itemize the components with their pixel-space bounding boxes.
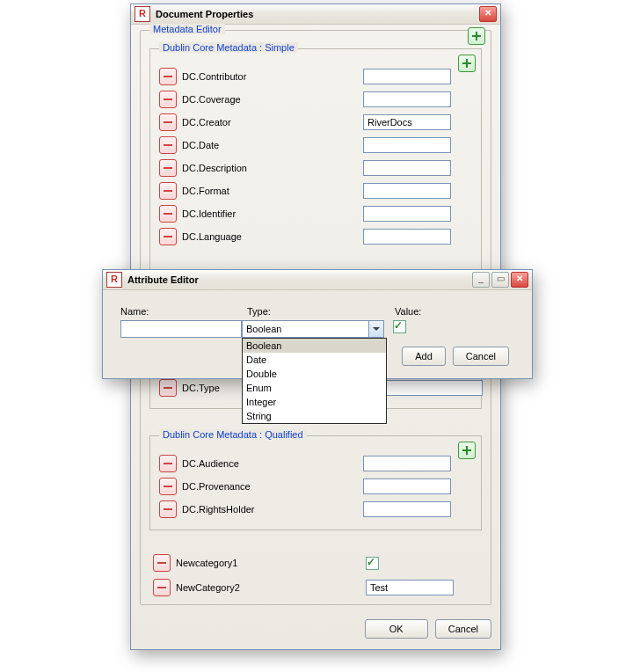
metadata-row: DC.RightsHolder [159, 498, 472, 521]
type-option[interactable]: Double [243, 367, 386, 381]
app-icon: R [106, 272, 122, 288]
metadata-value-input[interactable] [363, 91, 451, 107]
custom-label: NewCategory2 [176, 582, 360, 593]
value-label: Value: [395, 306, 430, 317]
type-option[interactable]: Enum [243, 381, 386, 395]
svg-rect-4 [164, 167, 172, 169]
add-button[interactable]: Add [402, 347, 446, 366]
remove-button[interactable] [159, 113, 177, 131]
qualified-legend: Dublin Core Metadata : Qualified [159, 429, 307, 440]
metadata-label: DC.Format [182, 186, 358, 196]
svg-rect-11 [164, 486, 172, 487]
svg-rect-3 [164, 144, 172, 146]
add-qualified-button[interactable] [458, 442, 476, 459]
metadata-row: DC.Provenance [159, 475, 472, 498]
dropdown-arrow[interactable] [368, 321, 383, 337]
window-title: Document Properties [156, 9, 253, 19]
svg-rect-9 [164, 387, 172, 389]
metadata-value-input[interactable] [363, 501, 451, 517]
cancel-button[interactable]: Cancel [435, 619, 491, 639]
close-button[interactable]: ✕ [511, 272, 528, 288]
minimize-button[interactable]: _ [472, 272, 490, 288]
remove-button[interactable] [159, 478, 177, 495]
custom-row: Newcategory1 [153, 551, 482, 574]
ok-button[interactable]: OK [365, 619, 428, 639]
metadata-label: DC.Language [182, 231, 358, 242]
remove-button[interactable] [153, 554, 171, 572]
metadata-value-input[interactable] [363, 114, 451, 130]
metadata-label: DC.Contributor [182, 71, 358, 82]
cancel-button[interactable]: Cancel [453, 347, 509, 366]
metadata-label: DC.Creator [182, 117, 358, 128]
metadata-label: DC.RightsHolder [182, 504, 358, 515]
minus-icon [163, 458, 173, 469]
qualified-group: Dublin Core Metadata : Qualified DC.Audi… [149, 435, 482, 530]
metadata-value-input[interactable] [363, 478, 451, 494]
add-category-button[interactable] [468, 27, 485, 45]
metadata-value-input[interactable] [363, 183, 451, 199]
metadata-label: DC.Audience [182, 458, 358, 469]
svg-rect-13 [157, 562, 166, 564]
window-title: Attribute Editor [127, 274, 199, 285]
metadata-value-input[interactable] [363, 229, 451, 245]
close-button[interactable]: ✕ [479, 6, 497, 22]
metadata-label: DC.Provenance [182, 481, 358, 492]
remove-button[interactable] [159, 500, 177, 518]
remove-button[interactable] [159, 159, 177, 177]
svg-rect-6 [164, 213, 172, 215]
type-selected: Boolean [243, 324, 368, 334]
add-simple-button[interactable] [458, 55, 476, 72]
remove-button[interactable] [159, 136, 177, 154]
metadata-row: DC.Coverage [159, 88, 472, 111]
metadata-value-input[interactable] [363, 137, 451, 153]
metadata-row: DC.Date [159, 134, 472, 157]
metadata-value-input[interactable] [363, 206, 451, 222]
minus-icon [163, 504, 173, 515]
remove-button[interactable] [159, 205, 177, 223]
minus-icon [163, 163, 173, 173]
minus-icon [163, 94, 173, 105]
type-option[interactable]: Integer [243, 395, 386, 409]
remove-button[interactable] [159, 68, 177, 85]
remove-button[interactable] [159, 228, 177, 245]
remove-button[interactable] [153, 579, 171, 596]
svg-rect-7 [164, 236, 172, 237]
attribute-editor-window: R Attribute Editor _ ▭ ✕ Name: Type: Val… [102, 269, 533, 379]
type-label: Type: [247, 306, 389, 317]
type-option[interactable]: Date [243, 353, 386, 367]
metadata-row: DC.Language [159, 225, 472, 248]
group-legend: Metadata Editor [149, 24, 225, 34]
app-icon: R [135, 6, 150, 22]
svg-rect-1 [164, 99, 172, 100]
metadata-value-input[interactable] [363, 160, 451, 176]
custom-checkbox[interactable] [366, 557, 379, 570]
type-option[interactable]: Boolean [243, 339, 386, 353]
type-option[interactable]: String [243, 409, 386, 423]
remove-button[interactable] [159, 182, 177, 200]
remove-button[interactable] [159, 379, 177, 397]
metadata-value-input[interactable] [363, 456, 451, 471]
minus-icon [163, 231, 173, 242]
minus-icon [163, 383, 173, 393]
metadata-label: DC.Identifier [182, 208, 358, 219]
type-dropdown-list[interactable]: BooleanDateDoubleEnumIntegerString [242, 338, 387, 424]
metadata-label: DC.Date [182, 140, 358, 150]
value-checkbox[interactable] [393, 320, 406, 333]
metadata-row: DC.Identifier [159, 202, 472, 225]
maximize-button[interactable]: ▭ [491, 272, 509, 288]
titlebar[interactable]: R Document Properties ✕ [131, 4, 500, 25]
minus-icon [156, 558, 167, 568]
custom-row: NewCategory2 [153, 576, 482, 599]
minus-icon [163, 71, 173, 82]
titlebar[interactable]: R Attribute Editor _ ▭ ✕ [103, 270, 532, 290]
remove-button[interactable] [159, 455, 177, 472]
svg-rect-5 [164, 190, 172, 192]
minus-icon [163, 117, 173, 128]
remove-button[interactable] [159, 91, 177, 108]
type-combobox[interactable]: Boolean BooleanDateDoubleEnumIntegerStri… [242, 320, 384, 338]
name-input[interactable] [120, 320, 242, 338]
custom-value-input[interactable] [366, 580, 454, 595]
metadata-label: DC.Coverage [182, 94, 358, 105]
metadata-row: DC.Description [159, 157, 472, 179]
metadata-value-input[interactable] [363, 69, 451, 84]
